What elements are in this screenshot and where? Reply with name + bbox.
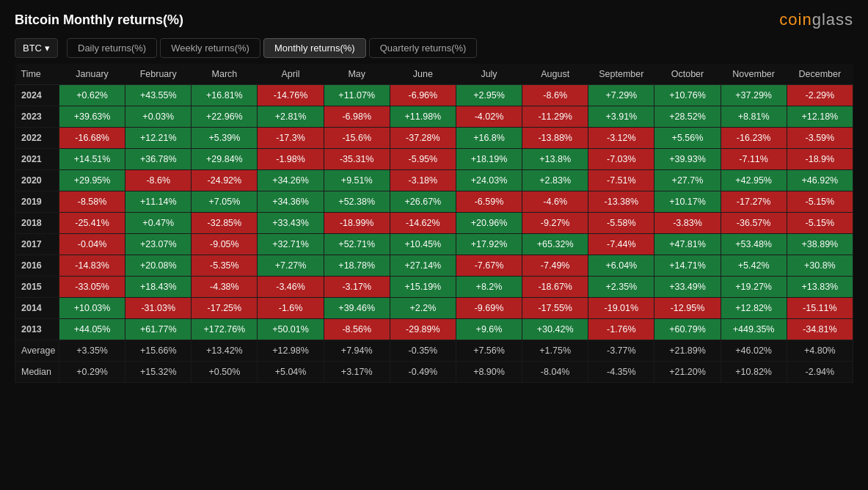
col-feb: February: [125, 64, 192, 85]
value-cell: +5.39%: [192, 128, 258, 149]
value-cell: +29.95%: [59, 170, 125, 191]
value-cell: +449.35%: [721, 319, 787, 340]
value-cell: +18.43%: [125, 277, 192, 298]
value-cell: -3.46%: [258, 277, 324, 298]
median-cell: +21.20%: [654, 362, 721, 383]
value-cell: +61.77%: [125, 319, 192, 340]
value-cell: -7.67%: [456, 255, 522, 277]
average-cell: +1.75%: [522, 340, 588, 362]
median-cell: -8.04%: [522, 362, 588, 383]
value-cell: -7.49%: [522, 255, 588, 277]
tab-quarterly[interactable]: Quarterly returns(%): [369, 38, 478, 58]
year-cell: 2015: [15, 277, 59, 298]
btc-selector[interactable]: BTC ▾: [15, 38, 58, 58]
year-cell: 2013: [15, 319, 59, 340]
value-cell: +10.76%: [654, 85, 721, 106]
value-cell: -8.6%: [522, 85, 588, 106]
value-cell: -31.03%: [125, 298, 192, 319]
median-cell: +15.32%: [125, 362, 192, 383]
value-cell: +33.43%: [258, 213, 324, 234]
value-cell: -14.76%: [258, 85, 324, 106]
value-cell: +6.04%: [588, 255, 654, 277]
header: Bitcoin Monthly returns(%) coinglass: [0, 0, 868, 35]
value-cell: +43.55%: [125, 85, 192, 106]
value-cell: -7.51%: [588, 170, 654, 191]
value-cell: -18.67%: [522, 277, 588, 298]
value-cell: +18.19%: [456, 149, 522, 170]
brand-accent: glass: [812, 10, 853, 29]
value-cell: +34.36%: [258, 191, 324, 213]
table-row: 2013+44.05%+61.77%+172.76%+50.01%-8.56%-…: [15, 319, 853, 340]
value-cell: -7.11%: [721, 149, 787, 170]
value-cell: -4.38%: [192, 277, 258, 298]
value-cell: -17.55%: [522, 298, 588, 319]
table-wrapper: Time January February March April May Ju…: [0, 64, 868, 383]
value-cell: +5.56%: [654, 128, 721, 149]
median-cell: -2.94%: [787, 362, 853, 383]
year-cell: 2014: [15, 298, 59, 319]
value-cell: +0.62%: [59, 85, 125, 106]
value-cell: +2.83%: [522, 170, 588, 191]
value-cell: -33.05%: [59, 277, 125, 298]
year-cell: 2022: [15, 128, 59, 149]
tab-weekly[interactable]: Weekly returns(%): [160, 38, 260, 58]
value-cell: -35.31%: [324, 149, 390, 170]
value-cell: -36.57%: [721, 213, 787, 234]
value-cell: +10.45%: [390, 234, 456, 255]
year-cell: 2017: [15, 234, 59, 255]
value-cell: +12.18%: [787, 106, 853, 128]
average-cell: +3.35%: [59, 340, 125, 362]
col-jun: June: [390, 64, 456, 85]
value-cell: +24.03%: [456, 170, 522, 191]
average-cell: +7.56%: [456, 340, 522, 362]
value-cell: -5.35%: [192, 255, 258, 277]
value-cell: -34.81%: [787, 319, 853, 340]
value-cell: -6.59%: [456, 191, 522, 213]
col-dec: December: [787, 64, 853, 85]
tab-monthly[interactable]: Monthly returns(%): [263, 38, 366, 58]
value-cell: +53.48%: [721, 234, 787, 255]
value-cell: -18.99%: [324, 213, 390, 234]
median-cell: +10.82%: [721, 362, 787, 383]
brand-text: coin: [779, 10, 812, 29]
value-cell: +13.8%: [522, 149, 588, 170]
value-cell: -5.15%: [787, 191, 853, 213]
value-cell: +39.63%: [59, 106, 125, 128]
table-header: Time January February March April May Ju…: [15, 64, 853, 85]
value-cell: -3.12%: [588, 128, 654, 149]
table-row: 2015-33.05%+18.43%-4.38%-3.46%-3.17%+15.…: [15, 277, 853, 298]
value-cell: -16.68%: [59, 128, 125, 149]
value-cell: -6.98%: [324, 106, 390, 128]
col-time: Time: [15, 64, 59, 85]
average-row: Average+3.35%+15.66%+13.42%+12.98%+7.94%…: [15, 340, 853, 362]
value-cell: +27.7%: [654, 170, 721, 191]
value-cell: -8.6%: [125, 170, 192, 191]
average-cell: +4.80%: [787, 340, 853, 362]
average-cell: +12.98%: [258, 340, 324, 362]
value-cell: -4.6%: [522, 191, 588, 213]
value-cell: +30.42%: [522, 319, 588, 340]
value-cell: +11.14%: [125, 191, 192, 213]
table-row: 2024+0.62%+43.55%+16.81%-14.76%+11.07%-6…: [15, 85, 853, 106]
value-cell: +37.29%: [721, 85, 787, 106]
value-cell: -24.92%: [192, 170, 258, 191]
value-cell: +14.71%: [654, 255, 721, 277]
value-cell: +33.49%: [654, 277, 721, 298]
value-cell: -7.03%: [588, 149, 654, 170]
value-cell: -17.27%: [721, 191, 787, 213]
col-oct: October: [654, 64, 721, 85]
value-cell: +52.71%: [324, 234, 390, 255]
value-cell: +0.47%: [125, 213, 192, 234]
value-cell: +42.95%: [721, 170, 787, 191]
value-cell: +13.83%: [787, 277, 853, 298]
page-title: Bitcoin Monthly returns(%): [15, 12, 183, 28]
value-cell: +65.32%: [522, 234, 588, 255]
tab-daily[interactable]: Daily returns(%): [67, 38, 157, 58]
value-cell: +60.79%: [654, 319, 721, 340]
average-cell: -3.77%: [588, 340, 654, 362]
value-cell: -4.02%: [456, 106, 522, 128]
value-cell: -8.58%: [59, 191, 125, 213]
value-cell: -9.27%: [522, 213, 588, 234]
value-cell: -32.85%: [192, 213, 258, 234]
median-cell: -4.35%: [588, 362, 654, 383]
